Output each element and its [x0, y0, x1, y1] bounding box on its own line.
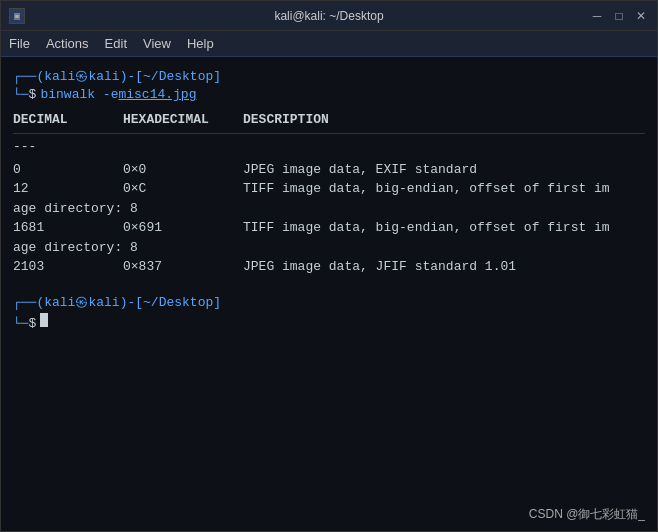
menubar: File Actions Edit View Help [1, 31, 657, 57]
prompt-at-2: ㉿ [75, 293, 88, 311]
prompt-bracket-1: ] [213, 69, 221, 84]
window-title: kali@kali: ~/Desktop [274, 9, 383, 23]
terminal-window: ▣ kali@kali: ~/Desktop ─ □ ✕ File Action… [0, 0, 658, 532]
table-header-row: DECIMAL HEXADECIMAL DESCRIPTION [13, 110, 645, 130]
terminal-cursor [40, 313, 48, 327]
command-line-1: └─$ binwalk -e misc14.jpg [13, 87, 645, 102]
row2-decimal: 12 [13, 179, 123, 199]
row2-hex: 0×C [123, 179, 243, 199]
maximize-button[interactable]: □ [611, 9, 627, 23]
row2-desc: TIFF image data, big-endian, offset of f… [243, 179, 645, 199]
row4-decimal: 2103 [13, 257, 123, 277]
header-hex: HEXADECIMAL [123, 110, 243, 130]
empty-command-line: └─$ [13, 313, 645, 331]
command-file-1: misc14.jpg [118, 87, 196, 102]
prompt-dollar-2: $ [29, 316, 37, 331]
header-decimal: DECIMAL [13, 110, 123, 130]
table-row: 0 0×0 JPEG image data, EXIF standard [13, 160, 645, 180]
prompt-arrow-1: └─ [13, 87, 29, 102]
row3-hex: 0×691 [123, 218, 243, 238]
header-separator [13, 133, 645, 134]
prompt-host-1: kali [88, 69, 119, 84]
prompt-dir-1: ~/Desktop [143, 69, 213, 84]
terminal-body[interactable]: ┌──(kali㉿kali)-[~/Desktop] └─$ binwalk -… [1, 57, 657, 531]
row1-hex: 0×0 [123, 160, 243, 180]
window-icon: ▣ [9, 8, 25, 24]
prompt-arrow-2: └─ [13, 316, 29, 331]
minimize-button[interactable]: ─ [589, 9, 605, 23]
prompt-bracket-2: ] [213, 295, 221, 310]
row1-decimal: 0 [13, 160, 123, 180]
row3-decimal: 1681 [13, 218, 123, 238]
window-controls: ─ □ ✕ [589, 9, 649, 23]
row2-cont: age directory: 8 [13, 199, 138, 219]
menu-file[interactable]: File [9, 36, 30, 51]
menu-view[interactable]: View [143, 36, 171, 51]
prompt-open-paren-1: ┌──( [13, 69, 44, 84]
command-text-1: binwalk -e [40, 87, 118, 102]
table-row: 1681 0×691 TIFF image data, big-endian, … [13, 218, 645, 238]
prompt-user-2: kali [44, 295, 75, 310]
row3-cont: age directory: 8 [13, 238, 138, 258]
prompt-host-2: kali [88, 295, 119, 310]
table-row-continuation: age directory: 8 [13, 199, 645, 219]
header-desc: DESCRIPTION [243, 110, 645, 130]
prompt-line-2: ┌──(kali㉿kali)-[~/Desktop] [13, 293, 645, 311]
prompt-close-paren-2: )-[ [120, 295, 143, 310]
table-row-continuation: age directory: 8 [13, 238, 645, 258]
row4-desc: JPEG image data, JFIF standard 1.01 [243, 257, 645, 277]
separator-text: --- [13, 137, 123, 157]
watermark: CSDN @御七彩虹猫_ [529, 506, 645, 523]
prompt-dir-2: ~/Desktop [143, 295, 213, 310]
separator-row: --- [13, 137, 645, 157]
menu-edit[interactable]: Edit [105, 36, 127, 51]
prompt-line-1: ┌──(kali㉿kali)-[~/Desktop] [13, 67, 645, 85]
prompt-user-1: kali [44, 69, 75, 84]
prompt-at-1: ㉿ [75, 67, 88, 85]
prompt-open-paren-2: ┌──( [13, 295, 44, 310]
row3-desc: TIFF image data, big-endian, offset of f… [243, 218, 645, 238]
table-row: 2103 0×837 JPEG image data, JFIF standar… [13, 257, 645, 277]
table-row: 12 0×C TIFF image data, big-endian, offs… [13, 179, 645, 199]
menu-help[interactable]: Help [187, 36, 214, 51]
titlebar: ▣ kali@kali: ~/Desktop ─ □ ✕ [1, 1, 657, 31]
close-button[interactable]: ✕ [633, 9, 649, 23]
prompt-dollar-1: $ [29, 87, 37, 102]
prompt-close-paren-1: )-[ [120, 69, 143, 84]
menu-actions[interactable]: Actions [46, 36, 89, 51]
row4-hex: 0×837 [123, 257, 243, 277]
window-icon-symbol: ▣ [14, 10, 20, 22]
row1-desc: JPEG image data, EXIF standard [243, 160, 645, 180]
